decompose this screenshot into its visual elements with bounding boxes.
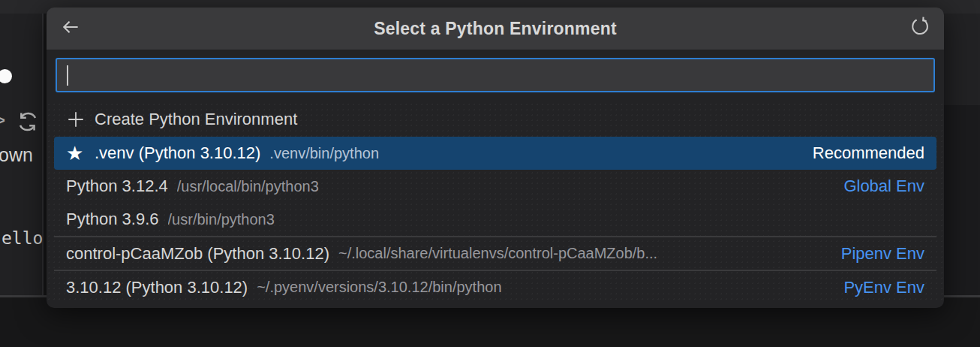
list-item-label: .venv (Python 3.10.12) [95,143,260,163]
list-item-label: Python 3.9.6 [66,210,159,229]
refresh-icon [909,17,930,41]
plus-icon [66,110,89,129]
environment-search-box [56,58,935,92]
list-item-path: ~/.local/share/virtualenvs/control-pCaaM… [338,245,657,262]
background-panel-right [944,14,980,105]
list-item-label: Create Python Environment [95,110,297,129]
recommended-badge: Recommended [813,143,924,163]
list-item-create-environment[interactable]: Create Python Environment [54,102,936,137]
background-right [944,105,980,295]
chevron-right-icon: > [0,107,6,133]
environment-search-input[interactable] [57,59,933,91]
arrow-left-icon [60,17,81,41]
list-item-path: /usr/local/bin/python3 [177,178,319,195]
list-item-label: 3.10.12 (Python 3.10.12) [66,278,248,297]
sync-icon [15,110,41,137]
list-item-pyenv[interactable]: 3.10.12 (Python 3.10.12) ~/.pyenv/versio… [54,271,936,303]
text-caret [67,65,68,86]
global-env-badge: Global Env [843,177,924,196]
list-item-path: /usr/bin/python3 [168,211,275,228]
quickpick-titlebar: Select a Python Environment [47,8,944,50]
background-editor-text: own [0,144,33,166]
list-item-python-3-12-4[interactable]: Python 3.12.4 /usr/local/bin/python3 Glo… [54,170,936,203]
list-item-label: Python 3.12.4 [66,177,168,196]
quickpick-title: Select a Python Environment [47,19,944,39]
list-item-pipenv[interactable]: control-pCaaMZob (Python 3.10.12) ~/.loc… [54,237,936,270]
environment-list: Create Python Environment ★ .venv (Pytho… [47,102,944,303]
background-editor-code-text: ello [2,228,43,248]
refresh-button[interactable] [903,12,936,45]
pipenv-env-badge: Pipenv Env [841,244,924,264]
pyenv-env-badge: PyEnv Env [843,278,924,297]
list-item-venv[interactable]: ★ .venv (Python 3.10.12) .venv/bin/pytho… [54,137,936,170]
list-item-label: control-pCaaMZob (Python 3.10.12) [66,244,329,264]
list-item-python-3-9-6[interactable]: Python 3.9.6 /usr/bin/python3 [54,203,936,236]
back-button[interactable] [54,12,87,45]
python-environment-quickpick: Select a Python Environment [47,8,944,308]
screen: > own ello Select a Python Environment [0,0,980,347]
list-item-path: ~/.pyenv/versions/3.10.12/bin/python [257,279,501,296]
star-icon: ★ [66,143,89,163]
list-item-path: .venv/bin/python [269,145,379,162]
